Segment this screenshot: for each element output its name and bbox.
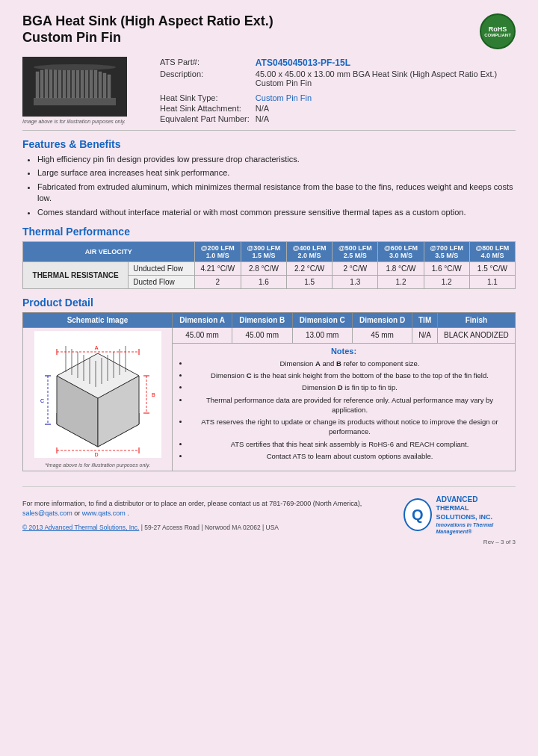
thermal-table: AIR VELOCITY @200 LFM1.0 M/S @300 LFM1.5… <box>22 241 516 289</box>
heat-sink-attachment-row: Heat Sink Attachment: N/A <box>157 103 516 114</box>
thermal-resistance-label: THERMAL RESISTANCE <box>23 261 129 288</box>
ats-tagline: Innovations in Thermal Management® <box>436 521 516 535</box>
svg-rect-14 <box>90 69 93 98</box>
unducted-500: 2 °C/W <box>333 261 378 275</box>
features-title: Features & Benefits <box>22 138 516 150</box>
notes-title: Notes: <box>177 347 510 356</box>
page: BGA Heat Sink (High Aspect Ratio Ext.) C… <box>0 0 538 756</box>
svg-rect-4 <box>45 69 48 98</box>
unducted-300: 2.8 °C/W <box>241 261 286 275</box>
feature-item-3: Fabricated from extruded aluminum, which… <box>37 182 516 205</box>
svg-rect-1 <box>34 98 116 105</box>
footer-copyright-link[interactable]: © 2013 Advanced Thermal Solutions, Inc. <box>22 524 139 531</box>
thermal-title: Thermal Performance <box>22 226 516 238</box>
title-line1: BGA Heat Sink (High Aspect Ratio Ext.) <box>22 13 273 28</box>
schematic-header: Schematic Image <box>23 312 173 327</box>
dim-d-value: 45 mm <box>352 327 412 343</box>
rohs-text: RoHS <box>489 25 507 33</box>
page-header: BGA Heat Sink (High Aspect Ratio Ext.) C… <box>22 13 516 49</box>
finish-value: BLACK ANODIZED <box>437 327 515 343</box>
product-info: Image above is for illustration purposes… <box>22 57 516 124</box>
product-image-caption: Image above is for illustration purposes… <box>22 119 142 124</box>
description-value: 45.00 x 45.00 x 13.00 mm BGA Heat Sink (… <box>253 69 516 88</box>
footer-contact-text: For more information, to find a distribu… <box>22 500 268 507</box>
svg-rect-10 <box>72 67 75 98</box>
svg-rect-13 <box>85 68 88 98</box>
dim-b-value: 45.00 mm <box>232 327 292 343</box>
schematic-cell: A B C D <box>23 327 173 471</box>
ats-logo-circle: Q <box>404 498 432 531</box>
schematic-caption: *Image above is for illustration purpose… <box>28 462 167 468</box>
col-300lfm: @300 LFM1.5 M/S <box>241 241 286 261</box>
features-list: High efficiency pin fin design provides … <box>22 154 516 218</box>
title-block: BGA Heat Sink (High Aspect Ratio Ext.) C… <box>22 13 273 46</box>
footer-connector: or <box>74 509 82 517</box>
feature-item-2: Large surface area increases heat sink p… <box>37 167 516 179</box>
ducted-600: 1.2 <box>378 275 424 288</box>
heatsink-image <box>22 57 127 117</box>
note-1: Dimension A and B refer to component siz… <box>189 359 510 368</box>
svg-rect-9 <box>67 67 70 98</box>
feature-item-4: Comes standard without interface materia… <box>37 207 516 218</box>
schematic-svg: A B C D <box>34 331 161 458</box>
unducted-800: 1.5 °C/W <box>469 261 515 275</box>
note-6: ATS certifies that this heat sink assemb… <box>189 439 510 449</box>
col-700lfm: @700 LFM3.5 M/S <box>424 241 469 261</box>
product-details-table: ATS Part#: ATS045045013-PF-15L Descripti… <box>157 57 516 124</box>
tim-header: TIM <box>412 312 438 327</box>
equivalent-part-value: N/A <box>253 114 516 124</box>
product-detail-header-row: Schematic Image Dimension A Dimension B … <box>23 312 516 327</box>
dim-c-value: 13.00 mm <box>292 327 352 343</box>
svg-text:A: A <box>94 345 98 350</box>
ducted-800: 1.1 <box>469 275 515 288</box>
dim-b-header: Dimension B <box>232 312 292 327</box>
heat-sink-attachment-value: N/A <box>253 103 516 114</box>
col-800lfm: @800 LFM4.0 M/S <box>469 241 515 261</box>
unducted-flow-row: THERMAL RESISTANCE Unducted Flow 4.21 °C… <box>23 261 516 275</box>
equivalent-part-label: Equivalent Part Number: <box>157 114 253 124</box>
dim-c-header: Dimension C <box>292 312 352 327</box>
dim-d-header: Dimension D <box>352 312 412 327</box>
svg-rect-15 <box>94 70 97 98</box>
col-600lfm: @600 LFM3.0 M/S <box>378 241 424 261</box>
svg-rect-8 <box>63 67 66 98</box>
heat-sink-attachment-label: Heat Sink Attachment: <box>157 103 253 114</box>
svg-rect-18 <box>108 75 111 98</box>
footer-website-suffix: . <box>127 509 129 517</box>
finish-header: Finish <box>437 312 515 327</box>
ducted-700: 1.2 <box>424 275 469 288</box>
page-title: BGA Heat Sink (High Aspect Ratio Ext.) C… <box>22 13 273 46</box>
footer-website[interactable]: www.qats.com <box>82 509 126 517</box>
unducted-600: 1.8 °C/W <box>378 261 424 275</box>
dimensions-row: A B C D <box>23 327 516 343</box>
dim-a-header: Dimension A <box>173 312 232 327</box>
footer-phone: 781-769-2000 (North America), <box>269 500 362 507</box>
rohs-badge: RoHS COMPLIANT <box>480 13 516 49</box>
svg-rect-7 <box>58 67 61 98</box>
product-image-block: Image above is for illustration purposes… <box>22 57 142 124</box>
heat-sink-type-row: Heat Sink Type: Custom Pin Fin <box>157 93 516 103</box>
svg-rect-2 <box>36 72 39 98</box>
notes-cell: Notes: Dimension A and B refer to compon… <box>173 343 516 471</box>
product-detail-table: Schematic Image Dimension A Dimension B … <box>22 312 516 471</box>
footer-address: | 59-27 Access Road | Norwood MA 02062 |… <box>141 524 279 531</box>
footer: For more information, to find a distribu… <box>22 486 516 536</box>
note-7: Contact ATS to learn about custom option… <box>189 451 510 461</box>
note-3: Dimension D is fin tip to fin tip. <box>189 382 510 392</box>
rohs-compliant: COMPLIANT <box>484 33 511 37</box>
svg-rect-3 <box>40 70 43 98</box>
ducted-300: 1.6 <box>241 275 286 288</box>
product-detail-title: Product Detail <box>22 297 516 309</box>
ats-part-value: ATS045045013-PF-15L <box>253 57 516 69</box>
svg-text:B: B <box>152 392 155 397</box>
heat-sink-type-value: Custom Pin Fin <box>253 93 516 103</box>
description-row: Description: 45.00 x 45.00 x 13.00 mm BG… <box>157 69 516 88</box>
ats-name-line1: ADVANCED <box>436 495 516 504</box>
divider-1 <box>22 130 516 131</box>
col-200lfm: @200 LFM1.0 M/S <box>194 241 241 261</box>
footer-left: For more information, to find a distribu… <box>22 499 404 531</box>
footer-email[interactable]: sales@qats.com <box>22 509 72 517</box>
footer-copyright: © 2013 Advanced Thermal Solutions, Inc. … <box>22 524 404 531</box>
ats-logo: Q ADVANCED THERMAL SOLUTIONS, INC. Innov… <box>404 495 516 536</box>
tim-value: N/A <box>412 327 438 343</box>
